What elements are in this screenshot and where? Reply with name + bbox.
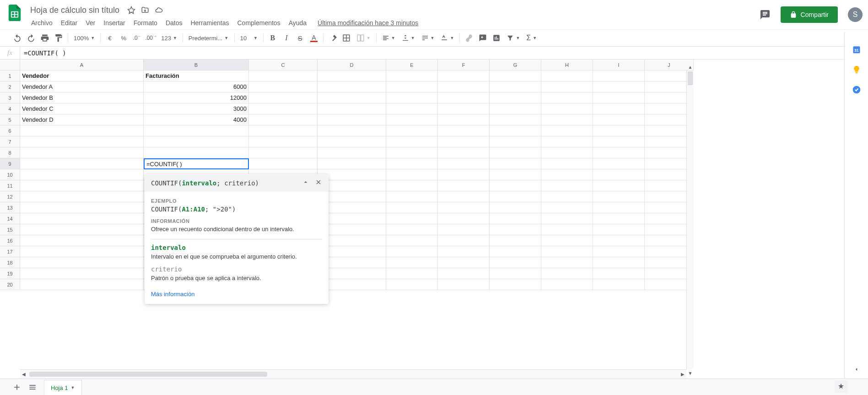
sheet-tab-active[interactable]: Hoja 1 ▼ <box>44 380 82 395</box>
cell[interactable] <box>318 147 386 158</box>
increase-decimal-button[interactable]: .00→ <box>145 32 157 44</box>
scroll-right-button[interactable]: ▶ <box>679 370 686 379</box>
cell[interactable] <box>386 191 438 202</box>
cell[interactable] <box>593 202 645 213</box>
cell[interactable]: Vendedor D <box>20 114 144 125</box>
cell[interactable] <box>541 125 593 136</box>
row-header[interactable]: 7 <box>0 136 20 147</box>
cell[interactable] <box>386 136 438 147</box>
cell[interactable] <box>490 70 541 81</box>
cell[interactable] <box>490 158 541 169</box>
cell[interactable] <box>593 70 645 81</box>
menu-tools[interactable]: Herramientas <box>187 17 232 28</box>
row-header[interactable]: 5 <box>0 114 20 125</box>
print-button[interactable] <box>38 32 51 44</box>
last-modified-link[interactable]: Última modificación hace 3 minutos <box>318 19 418 27</box>
italic-button[interactable]: I <box>280 32 293 44</box>
cell[interactable] <box>541 213 593 224</box>
cell[interactable] <box>249 158 318 169</box>
cell[interactable] <box>593 136 645 147</box>
column-header[interactable]: A <box>20 60 144 70</box>
cell[interactable] <box>249 125 318 136</box>
cell[interactable] <box>438 92 490 103</box>
cell[interactable] <box>541 169 593 180</box>
cell[interactable] <box>144 136 249 147</box>
cell[interactable] <box>593 257 645 268</box>
cell[interactable] <box>318 70 386 81</box>
cell[interactable] <box>593 213 645 224</box>
cell[interactable] <box>438 257 490 268</box>
filter-button[interactable]: ▼ <box>504 32 523 44</box>
column-header[interactable]: F <box>438 60 490 70</box>
merge-cells-button[interactable]: ▼ <box>354 32 373 44</box>
cell[interactable] <box>318 81 386 92</box>
cell[interactable] <box>593 279 645 290</box>
sheets-logo[interactable] <box>5 4 24 22</box>
cell[interactable] <box>438 70 490 81</box>
cell[interactable] <box>249 114 318 125</box>
tasks-sidebar-icon[interactable] <box>852 85 861 94</box>
cell[interactable] <box>20 235 144 246</box>
select-all-corner[interactable] <box>0 60 20 70</box>
cell[interactable] <box>490 279 541 290</box>
cell[interactable]: 6000 <box>144 81 249 92</box>
cell[interactable]: 12000 <box>144 92 249 103</box>
text-wrap-button[interactable]: ▼ <box>419 32 437 44</box>
row-header[interactable]: 1 <box>0 70 20 81</box>
cell[interactable] <box>490 169 541 180</box>
cell[interactable] <box>438 268 490 279</box>
all-sheets-button[interactable] <box>25 379 40 395</box>
row-header[interactable]: 13 <box>0 202 20 213</box>
share-button[interactable]: Compartir <box>781 6 838 23</box>
document-title[interactable]: Hoja de cálculo sin título <box>27 5 122 16</box>
insert-chart-button[interactable] <box>490 32 503 44</box>
cell[interactable] <box>20 180 144 191</box>
cell[interactable]: Vendedor C <box>20 103 144 114</box>
cell[interactable] <box>20 246 144 257</box>
decrease-decimal-button[interactable]: .0← <box>131 32 144 44</box>
row-header[interactable]: 9 <box>0 158 20 169</box>
row-header[interactable]: 14 <box>0 213 20 224</box>
cell[interactable] <box>490 224 541 235</box>
cell[interactable] <box>20 158 144 169</box>
scroll-left-button[interactable]: ◀ <box>20 370 27 379</box>
cell[interactable] <box>438 169 490 180</box>
cell[interactable] <box>386 114 438 125</box>
font-size-dropdown[interactable]: 10▼ <box>237 32 260 44</box>
cell[interactable] <box>386 70 438 81</box>
cell[interactable] <box>386 257 438 268</box>
horizontal-align-button[interactable]: ▼ <box>379 32 398 44</box>
cell[interactable] <box>438 114 490 125</box>
cell[interactable] <box>318 158 386 169</box>
cell[interactable] <box>593 92 645 103</box>
cell[interactable] <box>593 268 645 279</box>
cell[interactable] <box>438 81 490 92</box>
cell[interactable]: 4000 <box>144 114 249 125</box>
cell[interactable] <box>438 235 490 246</box>
cell[interactable] <box>438 158 490 169</box>
menu-data[interactable]: Datos <box>162 17 186 28</box>
side-panel-toggle[interactable] <box>852 365 861 374</box>
vertical-scrollbar[interactable]: ▲ ▼ <box>686 70 694 369</box>
cell[interactable] <box>541 158 593 169</box>
cell[interactable] <box>386 92 438 103</box>
cell[interactable] <box>593 191 645 202</box>
cell[interactable] <box>386 202 438 213</box>
column-header[interactable]: E <box>386 60 438 70</box>
cell[interactable] <box>20 202 144 213</box>
cell[interactable] <box>20 213 144 224</box>
strikethrough-button[interactable]: S <box>294 32 307 44</box>
column-header[interactable]: J <box>645 60 694 70</box>
cell[interactable] <box>386 279 438 290</box>
cell[interactable] <box>541 202 593 213</box>
row-header[interactable]: 11 <box>0 180 20 191</box>
cell[interactable] <box>438 147 490 158</box>
cell[interactable]: Vendedor B <box>20 92 144 103</box>
cell[interactable] <box>386 235 438 246</box>
cell[interactable] <box>438 103 490 114</box>
undo-button[interactable] <box>11 32 24 44</box>
calendar-sidebar-icon[interactable]: 31 <box>852 45 861 54</box>
cell[interactable] <box>249 103 318 114</box>
cell[interactable] <box>249 92 318 103</box>
cell[interactable] <box>490 103 541 114</box>
